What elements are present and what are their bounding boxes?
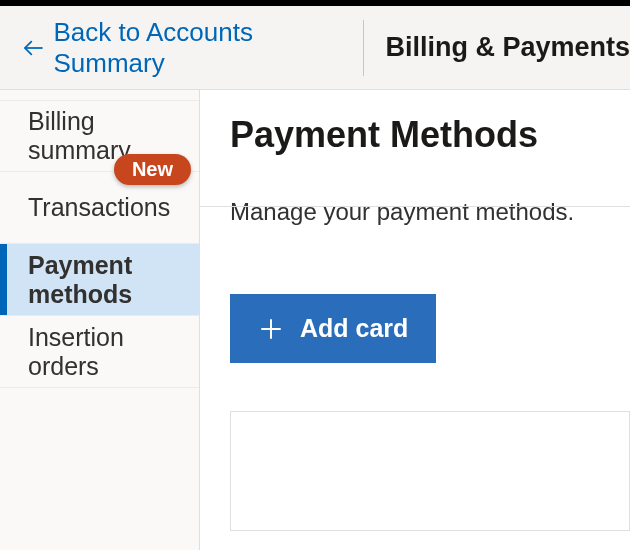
sidebar-item-transactions[interactable]: New Transactions xyxy=(0,172,199,244)
header-divider xyxy=(363,20,364,76)
page-title: Payment Methods xyxy=(230,114,630,156)
arrow-left-icon xyxy=(22,35,45,61)
add-card-button[interactable]: Add card xyxy=(230,294,436,363)
back-link-label: Back to Accounts Summary xyxy=(53,17,340,79)
sidebar-item-payment-methods[interactable]: Payment methods xyxy=(0,244,199,316)
sidebar-item-label: Transactions xyxy=(28,193,170,222)
sidebar: Billing summary New Transactions Payment… xyxy=(0,90,200,550)
plus-icon xyxy=(258,316,284,342)
card-placeholder xyxy=(230,411,630,531)
add-card-button-label: Add card xyxy=(300,314,408,343)
sidebar-item-label: Insertion orders xyxy=(28,323,171,381)
sidebar-item-insertion-orders[interactable]: Insertion orders xyxy=(0,316,199,388)
main-divider xyxy=(200,206,630,207)
content: Billing summary New Transactions Payment… xyxy=(0,90,630,550)
main-panel: Payment Methods Manage your payment meth… xyxy=(200,90,630,550)
page-subtext: Manage your payment methods. xyxy=(230,198,630,226)
back-to-accounts-link[interactable]: Back to Accounts Summary xyxy=(0,6,363,89)
header: Back to Accounts Summary Billing & Payme… xyxy=(0,6,630,90)
sidebar-item-label: Payment methods xyxy=(28,251,171,309)
header-title: Billing & Payments xyxy=(385,32,630,63)
new-badge: New xyxy=(114,154,191,185)
